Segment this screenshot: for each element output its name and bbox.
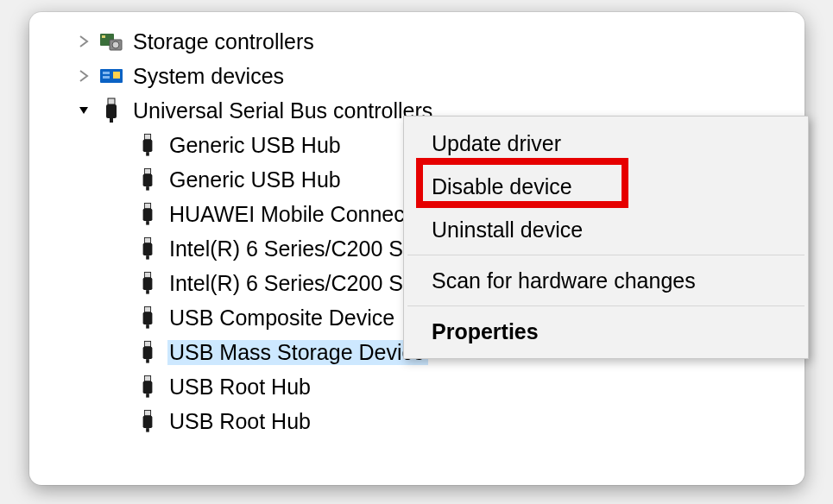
svg-rect-27 bbox=[143, 312, 153, 324]
tree-item-label: USB Composite Device bbox=[167, 306, 398, 331]
svg-rect-11 bbox=[144, 134, 150, 139]
chevron-right-icon[interactable] bbox=[74, 35, 93, 47]
svg-rect-15 bbox=[143, 174, 153, 186]
tree-item-label: Storage controllers bbox=[131, 29, 318, 54]
usb-device-icon bbox=[135, 201, 161, 227]
svg-rect-33 bbox=[143, 381, 153, 394]
svg-rect-26 bbox=[144, 306, 150, 312]
svg-rect-34 bbox=[146, 394, 149, 398]
svg-rect-28 bbox=[146, 324, 149, 329]
chevron-right-icon[interactable] bbox=[74, 70, 93, 82]
svg-rect-36 bbox=[143, 416, 153, 428]
menu-item-properties[interactable]: Properties bbox=[406, 310, 806, 353]
menu-item-label: Scan for hardware changes bbox=[432, 268, 696, 293]
usb-device-icon bbox=[135, 339, 161, 365]
usb-device-icon bbox=[135, 236, 161, 261]
tree-item-storage-controllers[interactable]: Storage controllers bbox=[29, 24, 805, 59]
menu-item-scan-hardware[interactable]: Scan for hardware changes bbox=[406, 259, 806, 302]
svg-rect-22 bbox=[146, 255, 149, 260]
tree-item-label: Generic USB Hub bbox=[167, 133, 344, 158]
usb-device-icon bbox=[135, 408, 161, 434]
svg-rect-6 bbox=[103, 76, 110, 79]
tree-item-label: System devices bbox=[131, 64, 287, 89]
menu-item-label: Uninstall device bbox=[432, 217, 583, 242]
svg-rect-25 bbox=[146, 290, 149, 294]
context-menu: Update driver Disable device Uninstall d… bbox=[403, 116, 809, 359]
tree-item-label: USB Root Hub bbox=[167, 375, 314, 400]
menu-separator bbox=[407, 255, 805, 255]
svg-rect-37 bbox=[146, 428, 149, 432]
tree-item-label: Intel(R) 6 Series/C200 Ser bbox=[167, 271, 426, 296]
svg-rect-1 bbox=[102, 35, 105, 38]
tree-item-label: HUAWEI Mobile Connect bbox=[167, 202, 414, 227]
tree-item-label: Universal Serial Bus controllers bbox=[131, 98, 436, 123]
svg-rect-29 bbox=[144, 341, 150, 346]
system-devices-icon bbox=[98, 63, 124, 89]
menu-item-label: Disable device bbox=[432, 174, 572, 198]
svg-rect-13 bbox=[146, 152, 149, 156]
usb-category-icon bbox=[98, 98, 124, 123]
tree-item-usb-root-hub[interactable]: USB Root Hub bbox=[29, 404, 805, 438]
svg-rect-24 bbox=[143, 278, 153, 290]
svg-point-3 bbox=[112, 41, 119, 48]
menu-item-disable-device[interactable]: Disable device bbox=[406, 165, 806, 208]
menu-item-label: Update driver bbox=[432, 131, 561, 155]
svg-rect-16 bbox=[146, 186, 149, 191]
svg-rect-31 bbox=[146, 359, 149, 363]
tree-item-label: Intel(R) 6 Series/C200 Ser bbox=[167, 236, 426, 261]
chevron-down-icon[interactable] bbox=[74, 105, 93, 116]
svg-rect-14 bbox=[144, 168, 150, 173]
tree-item-usb-root-hub[interactable]: USB Root Hub bbox=[29, 369, 805, 404]
svg-rect-17 bbox=[144, 203, 150, 208]
svg-rect-23 bbox=[144, 272, 150, 277]
menu-separator bbox=[407, 306, 805, 306]
svg-rect-18 bbox=[143, 209, 153, 221]
usb-device-icon bbox=[135, 374, 161, 400]
usb-device-icon bbox=[135, 132, 161, 158]
svg-rect-35 bbox=[144, 410, 150, 415]
storage-controllers-icon bbox=[98, 28, 124, 54]
svg-rect-19 bbox=[146, 221, 149, 225]
menu-item-uninstall-device[interactable]: Uninstall device bbox=[406, 208, 806, 251]
usb-device-icon bbox=[135, 270, 161, 296]
tree-item-system-devices[interactable]: System devices bbox=[29, 59, 805, 93]
svg-rect-20 bbox=[144, 237, 150, 243]
menu-item-label: Properties bbox=[432, 319, 539, 343]
svg-rect-5 bbox=[103, 72, 110, 74]
svg-rect-10 bbox=[110, 118, 113, 123]
menu-item-update-driver[interactable]: Update driver bbox=[406, 122, 806, 165]
svg-rect-32 bbox=[144, 375, 150, 381]
svg-rect-12 bbox=[143, 140, 153, 152]
svg-rect-7 bbox=[113, 72, 120, 79]
svg-rect-9 bbox=[106, 104, 117, 118]
tree-item-label: Generic USB Hub bbox=[167, 167, 344, 192]
device-manager-panel: Storage controllers System devices bbox=[29, 12, 805, 485]
svg-rect-21 bbox=[143, 243, 153, 255]
svg-rect-8 bbox=[108, 98, 115, 104]
tree-item-label: USB Mass Storage Device bbox=[167, 340, 428, 365]
usb-device-icon bbox=[135, 167, 161, 192]
usb-device-icon bbox=[135, 305, 161, 331]
tree-item-label: USB Root Hub bbox=[167, 409, 314, 434]
svg-rect-30 bbox=[143, 347, 153, 359]
